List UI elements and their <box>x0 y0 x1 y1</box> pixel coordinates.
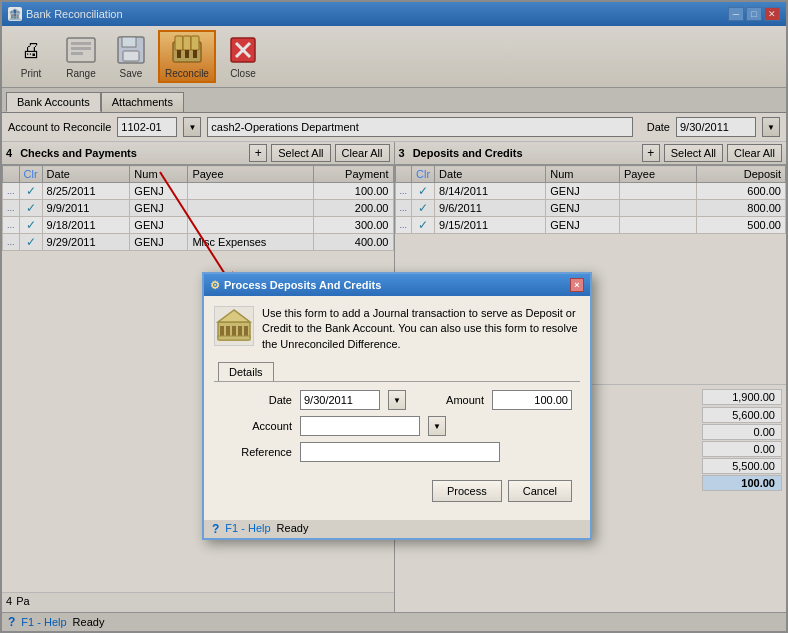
modal-title-bar: ⚙ Process Deposits And Credits × <box>204 274 590 296</box>
modal-buttons: Process Cancel <box>214 476 580 510</box>
modal-close-button[interactable]: × <box>570 278 584 292</box>
modal-account-dropdown[interactable]: ▼ <box>428 416 446 436</box>
modal-body: Use this form to add a Journal transacti… <box>204 296 590 520</box>
modal-dialog: ⚙ Process Deposits And Credits × <box>202 272 592 540</box>
modal-description: Use this form to add a Journal transacti… <box>262 306 580 352</box>
modal-overlay: ⚙ Process Deposits And Credits × <box>2 2 786 631</box>
modal-tab-bar: Details <box>214 362 580 382</box>
modal-amount-input[interactable] <box>492 390 572 410</box>
modal-date-label: Date <box>222 394 292 406</box>
modal-help-label[interactable]: F1 - Help <box>225 522 270 536</box>
modal-info: Use this form to add a Journal transacti… <box>214 306 580 352</box>
modal-fields: Date ▼ Amount Account ▼ Reference <box>214 382 580 476</box>
svg-rect-22 <box>232 326 236 336</box>
modal-title: Process Deposits And Credits <box>224 279 381 291</box>
modal-status-label: Ready <box>277 522 309 536</box>
reference-field-row: Reference <box>222 442 572 462</box>
svg-rect-24 <box>244 326 248 336</box>
modal-tab-details[interactable]: Details <box>218 362 274 381</box>
svg-rect-20 <box>220 326 224 336</box>
account-field-row: Account ▼ <box>222 416 572 436</box>
modal-status-bar: ? F1 - Help Ready <box>204 520 590 538</box>
date-field-row: Date ▼ Amount <box>222 390 572 410</box>
modal-date-input[interactable] <box>300 390 380 410</box>
modal-reference-input[interactable] <box>300 442 500 462</box>
main-window: 🏦 Bank Reconciliation ─ □ ✕ 🖨 Print Rang… <box>0 0 788 633</box>
cancel-button[interactable]: Cancel <box>508 480 572 502</box>
modal-bank-icon <box>214 306 254 346</box>
svg-rect-25 <box>218 336 250 340</box>
modal-date-dropdown[interactable]: ▼ <box>388 390 406 410</box>
svg-rect-21 <box>226 326 230 336</box>
svg-marker-19 <box>218 310 250 322</box>
process-button[interactable]: Process <box>432 480 502 502</box>
modal-account-input[interactable] <box>300 416 420 436</box>
modal-amount-label: Amount <box>414 394 484 406</box>
modal-help-icon: ? <box>212 522 219 536</box>
modal-reference-label: Reference <box>222 446 292 458</box>
svg-rect-23 <box>238 326 242 336</box>
modal-account-label: Account <box>222 420 292 432</box>
